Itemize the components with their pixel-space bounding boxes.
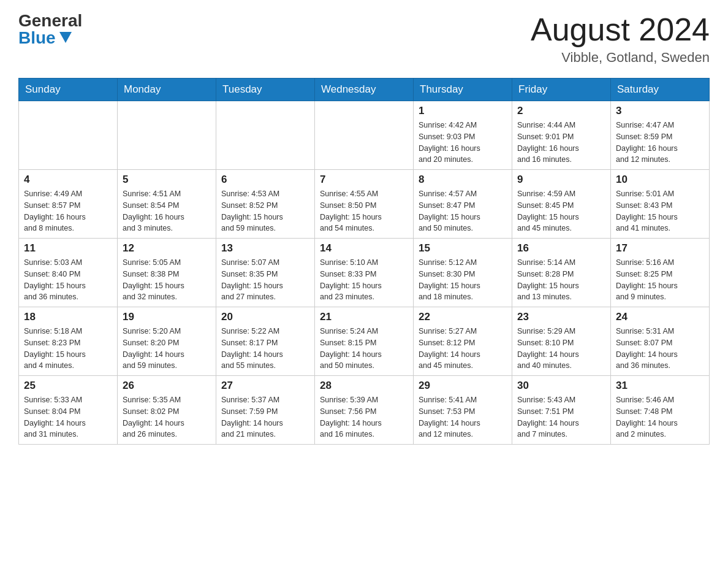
calendar-cell: 29Sunrise: 5:41 AM Sunset: 7:53 PM Dayli… — [414, 376, 512, 445]
week-row-5: 25Sunrise: 5:33 AM Sunset: 8:04 PM Dayli… — [19, 376, 710, 445]
day-info: Sunrise: 5:01 AM Sunset: 8:43 PM Dayligh… — [616, 188, 704, 234]
calendar-cell: 4Sunrise: 4:49 AM Sunset: 8:57 PM Daylig… — [19, 170, 118, 239]
calendar-header-tuesday: Tuesday — [216, 79, 315, 101]
calendar-cell: 15Sunrise: 5:12 AM Sunset: 8:30 PM Dayli… — [414, 239, 512, 307]
calendar-cell: 8Sunrise: 4:57 AM Sunset: 8:47 PM Daylig… — [414, 170, 512, 239]
day-info: Sunrise: 5:35 AM Sunset: 8:02 PM Dayligh… — [123, 394, 211, 440]
calendar-cell: 22Sunrise: 5:27 AM Sunset: 8:12 PM Dayli… — [414, 307, 512, 376]
day-number: 8 — [419, 174, 507, 186]
day-info: Sunrise: 5:12 AM Sunset: 8:30 PM Dayligh… — [419, 257, 507, 303]
day-number: 11 — [24, 242, 112, 255]
day-info: Sunrise: 5:43 AM Sunset: 7:51 PM Dayligh… — [517, 394, 605, 440]
day-number: 6 — [221, 174, 309, 186]
calendar-cell: 3Sunrise: 4:47 AM Sunset: 8:59 PM Daylig… — [611, 101, 710, 170]
calendar-cell: 7Sunrise: 4:55 AM Sunset: 8:50 PM Daylig… — [315, 170, 414, 239]
calendar-cell — [216, 101, 315, 170]
calendar-cell: 17Sunrise: 5:16 AM Sunset: 8:25 PM Dayli… — [611, 239, 710, 307]
calendar-cell: 26Sunrise: 5:35 AM Sunset: 8:02 PM Dayli… — [118, 376, 216, 445]
logo-blue-text: Blue — [18, 29, 72, 47]
day-number: 13 — [221, 242, 309, 255]
day-number: 29 — [419, 380, 507, 392]
day-number: 17 — [616, 242, 704, 255]
calendar-cell: 13Sunrise: 5:07 AM Sunset: 8:35 PM Dayli… — [216, 239, 315, 307]
day-info: Sunrise: 5:20 AM Sunset: 8:20 PM Dayligh… — [123, 326, 211, 372]
calendar-cell: 28Sunrise: 5:39 AM Sunset: 7:56 PM Dayli… — [315, 376, 414, 445]
day-number: 31 — [616, 380, 704, 392]
calendar-cell: 1Sunrise: 4:42 AM Sunset: 9:03 PM Daylig… — [414, 101, 512, 170]
calendar-cell: 24Sunrise: 5:31 AM Sunset: 8:07 PM Dayli… — [611, 307, 710, 376]
day-info: Sunrise: 4:44 AM Sunset: 9:01 PM Dayligh… — [517, 120, 605, 166]
logo: General Blue — [18, 12, 82, 47]
calendar-header-thursday: Thursday — [414, 79, 512, 101]
day-info: Sunrise: 5:46 AM Sunset: 7:48 PM Dayligh… — [616, 394, 704, 440]
day-number: 14 — [320, 242, 408, 255]
calendar-cell: 27Sunrise: 5:37 AM Sunset: 7:59 PM Dayli… — [216, 376, 315, 445]
calendar-cell: 12Sunrise: 5:05 AM Sunset: 8:38 PM Dayli… — [118, 239, 216, 307]
calendar-cell: 25Sunrise: 5:33 AM Sunset: 8:04 PM Dayli… — [19, 376, 118, 445]
day-number: 3 — [616, 105, 704, 117]
week-row-3: 11Sunrise: 5:03 AM Sunset: 8:40 PM Dayli… — [19, 239, 710, 307]
day-number: 19 — [123, 311, 211, 323]
calendar-cell — [118, 101, 216, 170]
calendar-header-monday: Monday — [118, 79, 216, 101]
day-number: 1 — [419, 105, 507, 117]
calendar-cell — [19, 101, 118, 170]
calendar-title: August 2024 — [531, 12, 710, 47]
day-info: Sunrise: 4:42 AM Sunset: 9:03 PM Dayligh… — [419, 120, 507, 166]
day-info: Sunrise: 5:37 AM Sunset: 7:59 PM Dayligh… — [221, 394, 309, 440]
calendar-header-row: SundayMondayTuesdayWednesdayThursdayFrid… — [19, 79, 710, 101]
day-number: 15 — [419, 242, 507, 255]
day-info: Sunrise: 5:24 AM Sunset: 8:15 PM Dayligh… — [320, 326, 408, 372]
calendar-cell: 11Sunrise: 5:03 AM Sunset: 8:40 PM Dayli… — [19, 239, 118, 307]
logo-triangle-icon — [59, 32, 72, 43]
day-number: 25 — [24, 380, 112, 392]
day-number: 23 — [517, 311, 605, 323]
day-info: Sunrise: 4:59 AM Sunset: 8:45 PM Dayligh… — [517, 188, 605, 234]
day-number: 16 — [517, 242, 605, 255]
calendar-cell: 23Sunrise: 5:29 AM Sunset: 8:10 PM Dayli… — [512, 307, 611, 376]
day-info: Sunrise: 4:49 AM Sunset: 8:57 PM Dayligh… — [24, 188, 112, 234]
day-number: 7 — [320, 174, 408, 186]
calendar-cell: 10Sunrise: 5:01 AM Sunset: 8:43 PM Dayli… — [611, 170, 710, 239]
calendar-cell: 19Sunrise: 5:20 AM Sunset: 8:20 PM Dayli… — [118, 307, 216, 376]
calendar-cell: 6Sunrise: 4:53 AM Sunset: 8:52 PM Daylig… — [216, 170, 315, 239]
calendar-subtitle: Vibble, Gotland, Sweden — [531, 50, 710, 66]
calendar-cell: 20Sunrise: 5:22 AM Sunset: 8:17 PM Dayli… — [216, 307, 315, 376]
day-number: 10 — [616, 174, 704, 186]
day-info: Sunrise: 5:10 AM Sunset: 8:33 PM Dayligh… — [320, 257, 408, 303]
calendar-header-sunday: Sunday — [19, 79, 118, 101]
day-number: 12 — [123, 242, 211, 255]
day-info: Sunrise: 5:33 AM Sunset: 8:04 PM Dayligh… — [24, 394, 112, 440]
calendar-cell: 21Sunrise: 5:24 AM Sunset: 8:15 PM Dayli… — [315, 307, 414, 376]
calendar-cell: 2Sunrise: 4:44 AM Sunset: 9:01 PM Daylig… — [512, 101, 611, 170]
day-info: Sunrise: 5:16 AM Sunset: 8:25 PM Dayligh… — [616, 257, 704, 303]
page-header: General Blue August 2024 Vibble, Gotland… — [18, 12, 710, 66]
day-number: 30 — [517, 380, 605, 392]
day-info: Sunrise: 5:41 AM Sunset: 7:53 PM Dayligh… — [419, 394, 507, 440]
day-info: Sunrise: 4:47 AM Sunset: 8:59 PM Dayligh… — [616, 120, 704, 166]
day-number: 22 — [419, 311, 507, 323]
calendar-cell: 31Sunrise: 5:46 AM Sunset: 7:48 PM Dayli… — [611, 376, 710, 445]
day-info: Sunrise: 5:27 AM Sunset: 8:12 PM Dayligh… — [419, 326, 507, 372]
day-info: Sunrise: 4:53 AM Sunset: 8:52 PM Dayligh… — [221, 188, 309, 234]
calendar-table: SundayMondayTuesdayWednesdayThursdayFrid… — [18, 78, 710, 445]
day-number: 21 — [320, 311, 408, 323]
day-info: Sunrise: 5:22 AM Sunset: 8:17 PM Dayligh… — [221, 326, 309, 372]
calendar-cell: 18Sunrise: 5:18 AM Sunset: 8:23 PM Dayli… — [19, 307, 118, 376]
calendar-cell: 9Sunrise: 4:59 AM Sunset: 8:45 PM Daylig… — [512, 170, 611, 239]
day-number: 18 — [24, 311, 112, 323]
day-info: Sunrise: 5:31 AM Sunset: 8:07 PM Dayligh… — [616, 326, 704, 372]
day-info: Sunrise: 5:03 AM Sunset: 8:40 PM Dayligh… — [24, 257, 112, 303]
day-number: 26 — [123, 380, 211, 392]
day-info: Sunrise: 5:07 AM Sunset: 8:35 PM Dayligh… — [221, 257, 309, 303]
title-block: August 2024 Vibble, Gotland, Sweden — [531, 12, 710, 66]
day-info: Sunrise: 5:39 AM Sunset: 7:56 PM Dayligh… — [320, 394, 408, 440]
calendar-header-saturday: Saturday — [611, 79, 710, 101]
day-number: 2 — [517, 105, 605, 117]
week-row-1: 1Sunrise: 4:42 AM Sunset: 9:03 PM Daylig… — [19, 101, 710, 170]
calendar-cell — [315, 101, 414, 170]
day-info: Sunrise: 5:29 AM Sunset: 8:10 PM Dayligh… — [517, 326, 605, 372]
day-number: 5 — [123, 174, 211, 186]
day-number: 9 — [517, 174, 605, 186]
calendar-cell: 16Sunrise: 5:14 AM Sunset: 8:28 PM Dayli… — [512, 239, 611, 307]
